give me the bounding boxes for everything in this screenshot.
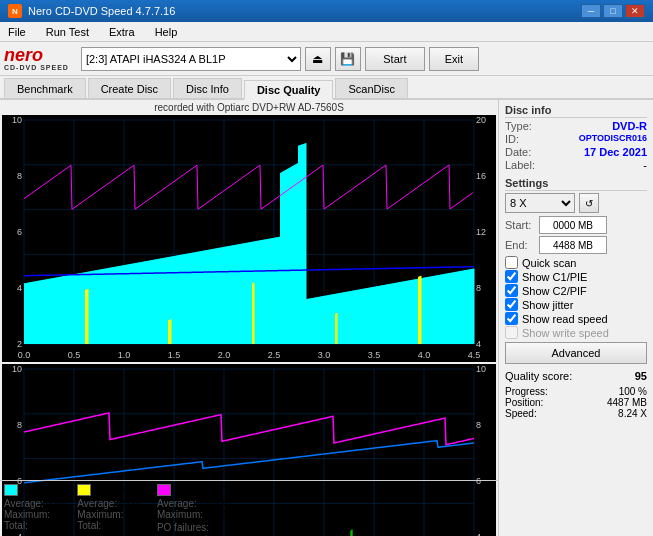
chart-header: recorded with Optiarc DVD+RW AD-7560S: [0, 100, 498, 115]
show-write-speed-label: Show write speed: [522, 327, 609, 339]
pi-failures-total: Total: 400: [77, 520, 145, 531]
quick-scan-label: Quick scan: [522, 257, 576, 269]
pi-errors-avg: Average: 0.46: [4, 498, 65, 509]
quick-scan-checkbox[interactable]: [505, 256, 518, 269]
quality-label: Quality score:: [505, 370, 572, 382]
quality-score-section: Quality score: 95: [505, 370, 647, 382]
advanced-button[interactable]: Advanced: [505, 342, 647, 364]
po-failures: PO failures: -: [157, 522, 231, 533]
show-jitter-checkbox[interactable]: [505, 298, 518, 311]
position-row: Position: 4487 MB: [505, 397, 647, 408]
quality-value: 95: [635, 370, 647, 382]
pi-errors-color: [4, 484, 18, 496]
tab-create-disc[interactable]: Create Disc: [88, 78, 171, 98]
end-mb-row: End:: [505, 236, 647, 254]
tab-scandisc[interactable]: ScanDisc: [335, 78, 407, 98]
pi-failures-max: Maximum: 2: [77, 509, 145, 520]
pi-failures-stat: PI Failures Average: 0.00 Maximum: 2 Tot…: [77, 484, 145, 531]
end-input[interactable]: [539, 236, 607, 254]
pi-failures-color: [77, 484, 91, 496]
refresh-button[interactable]: ↺: [579, 193, 599, 213]
tab-disc-quality[interactable]: Disc Quality: [244, 80, 334, 100]
progress-row: Progress: 100 %: [505, 386, 647, 397]
show-c2pif-label: Show C2/PIF: [522, 285, 587, 297]
show-jitter-label: Show jitter: [522, 299, 573, 311]
tab-benchmark[interactable]: Benchmark: [4, 78, 86, 98]
top-chart: [2, 115, 496, 362]
show-read-speed-row: Show read speed: [505, 312, 647, 325]
app-logo: nero CD-DVD SPEED: [4, 46, 69, 71]
menu-run-test[interactable]: Run Test: [42, 24, 93, 40]
show-c1pie-checkbox[interactable]: [505, 270, 518, 283]
jitter-color: [157, 484, 171, 496]
maximize-button[interactable]: □: [603, 4, 623, 18]
pi-errors-total: Total: 8282: [4, 520, 65, 531]
title-bar: N Nero CD-DVD Speed 4.7.7.16 ─ □ ✕: [0, 0, 653, 22]
tab-disc-info[interactable]: Disc Info: [173, 78, 242, 98]
show-c2pif-checkbox[interactable]: [505, 284, 518, 297]
menu-bar: File Run Test Extra Help: [0, 22, 653, 42]
minimize-button[interactable]: ─: [581, 4, 601, 18]
menu-file[interactable]: File: [4, 24, 30, 40]
right-panel: Disc info Type: DVD-R ID: OPTODISCR016 D…: [498, 100, 653, 536]
speed-select[interactable]: 8 X: [505, 193, 575, 213]
pi-errors-stat: PI Errors Average: 0.46 Maximum: 8 Total…: [4, 484, 65, 531]
disc-date-row: Date: 17 Dec 2021: [505, 146, 647, 158]
disc-label-row: Label: -: [505, 159, 647, 171]
start-mb-row: Start:: [505, 216, 647, 234]
tab-bar: Benchmark Create Disc Disc Info Disc Qua…: [0, 76, 653, 100]
show-write-speed-checkbox: [505, 326, 518, 339]
disc-type-row: Type: DVD-R: [505, 120, 647, 132]
show-read-speed-checkbox[interactable]: [505, 312, 518, 325]
save-button[interactable]: 💾: [335, 47, 361, 71]
show-read-speed-label: Show read speed: [522, 313, 608, 325]
show-c1pie-label: Show C1/PIE: [522, 271, 587, 283]
close-button[interactable]: ✕: [625, 4, 645, 18]
show-jitter-row: Show jitter: [505, 298, 647, 311]
pi-errors-max: Maximum: 8: [4, 509, 65, 520]
show-c1pie-row: Show C1/PIE: [505, 270, 647, 283]
speed-row: 8 X ↺: [505, 193, 647, 213]
disc-info-section: Disc info Type: DVD-R ID: OPTODISCR016 D…: [505, 104, 647, 171]
drive-select[interactable]: [2:3] ATAPI iHAS324 A BL1P: [81, 47, 301, 71]
progress-section: Progress: 100 % Position: 4487 MB Speed:…: [505, 386, 647, 419]
title-text: Nero CD-DVD Speed 4.7.7.16: [28, 5, 175, 17]
jitter-max: Maximum: 8.7 %: [157, 509, 231, 520]
toolbar: nero CD-DVD SPEED [2:3] ATAPI iHAS324 A …: [0, 42, 653, 76]
jitter-stat: Jitter Average: 7.40 % Maximum: 8.7 % PO…: [157, 484, 231, 533]
menu-help[interactable]: Help: [151, 24, 182, 40]
stats-section: PI Errors Average: 0.46 Maximum: 8 Total…: [0, 480, 498, 536]
quick-scan-row: Quick scan: [505, 256, 647, 269]
show-write-speed-row: Show write speed: [505, 326, 647, 339]
speed-row: Speed: 8.24 X: [505, 408, 647, 419]
jitter-avg: Average: 7.40 %: [157, 498, 231, 509]
start-button[interactable]: Start: [365, 47, 425, 71]
show-c2pif-row: Show C2/PIF: [505, 284, 647, 297]
pi-failures-avg: Average: 0.00: [77, 498, 145, 509]
exit-button[interactable]: Exit: [429, 47, 479, 71]
start-input[interactable]: [539, 216, 607, 234]
settings-section: Settings 8 X ↺ Start: End: Quick scan: [505, 177, 647, 364]
eject-button[interactable]: ⏏: [305, 47, 331, 71]
app-icon: N: [8, 4, 22, 18]
disc-id-row: ID: OPTODISCR016: [505, 133, 647, 145]
menu-extra[interactable]: Extra: [105, 24, 139, 40]
